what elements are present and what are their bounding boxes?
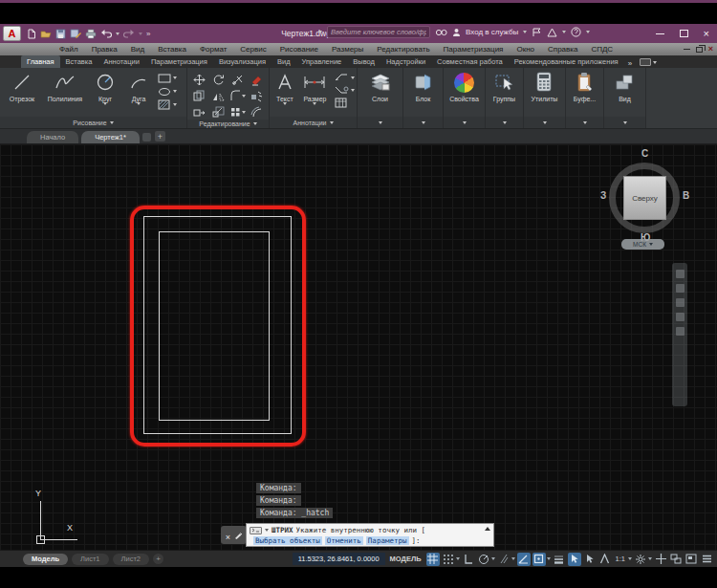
nav-orbit-icon[interactable]	[676, 313, 684, 321]
panel-utilities-footer[interactable]	[524, 117, 565, 128]
grid-toggle-icon[interactable]	[426, 553, 440, 566]
file-tab-start[interactable]: Начало	[27, 131, 78, 143]
ellipse-tool[interactable]	[158, 86, 177, 97]
nav-zoom-icon[interactable]	[676, 298, 684, 307]
menu-parametric[interactable]: Параметризация	[437, 45, 511, 54]
otrack-toggle-icon[interactable]	[517, 553, 531, 566]
rectangle-tool[interactable]	[158, 73, 177, 83]
ribbon-display-toggle-icon[interactable]	[640, 58, 651, 66]
osnap-caret-icon[interactable]	[547, 557, 551, 560]
scale-caret-icon[interactable]	[628, 557, 632, 560]
plot-icon[interactable]	[85, 29, 97, 39]
model-space-label[interactable]: МОДЕЛЬ	[390, 555, 422, 563]
menu-file[interactable]: Файл	[53, 45, 85, 54]
panel-view-footer[interactable]	[604, 117, 645, 128]
workspace-gear-icon[interactable]	[634, 553, 647, 566]
panel-groups-footer[interactable]	[486, 117, 523, 128]
polyline-tool[interactable]: Полилиния	[42, 71, 88, 102]
menu-help[interactable]: Справка	[541, 45, 584, 54]
help-caret-icon[interactable]	[586, 31, 590, 33]
doc-restore-icon[interactable]	[696, 47, 703, 53]
panel-block-footer[interactable]	[403, 117, 443, 128]
tab-insert[interactable]: Вставка	[60, 55, 98, 68]
command-line[interactable]: ШТРИХ Укажите внутреннюю точку или [ Выб…	[246, 523, 494, 547]
autocad-logo-button[interactable]: A	[3, 26, 21, 41]
command-input-icon[interactable]	[250, 527, 262, 534]
command-scroll-up-icon[interactable]	[485, 527, 490, 531]
signin-caret-icon[interactable]	[523, 31, 527, 33]
compass-east[interactable]: В	[683, 190, 689, 201]
maximize-icon[interactable]	[680, 30, 688, 37]
undo-icon[interactable]	[100, 29, 112, 38]
command-option-select-objects[interactable]: Выбрать объекты	[253, 536, 322, 545]
save-as-icon[interactable]	[70, 29, 81, 39]
view-tool[interactable]: Вид	[614, 71, 637, 102]
move-tool[interactable]	[190, 72, 208, 87]
menu-edit[interactable]: Правка	[85, 45, 124, 54]
undo-caret-icon[interactable]	[116, 33, 120, 35]
menu-draw[interactable]: Рисование	[273, 45, 325, 54]
layers-tool[interactable]: Слои	[368, 71, 393, 102]
user-icon[interactable]	[452, 28, 461, 37]
panel-clipboard-footer[interactable]	[566, 117, 603, 128]
menu-window[interactable]: Окно	[510, 45, 541, 54]
menu-insert[interactable]: Вставка	[151, 45, 193, 54]
clean-screen-icon[interactable]	[684, 553, 698, 566]
search-type-caret-icon[interactable]	[318, 31, 322, 33]
triangle-icon[interactable]	[547, 28, 557, 37]
command-close-icon[interactable]	[226, 527, 230, 544]
tab-view[interactable]: Вид	[272, 55, 296, 68]
tab-visualize[interactable]: Визуализация	[213, 55, 272, 68]
polar-caret-icon[interactable]	[491, 557, 495, 560]
explode-tool[interactable]	[248, 88, 266, 103]
panel-annotate-footer[interactable]: Аннотации	[270, 117, 357, 128]
stretch-tool[interactable]	[190, 104, 208, 120]
panel-layers-footer[interactable]	[358, 117, 402, 128]
layout-tab-model[interactable]: Модель	[23, 554, 68, 565]
redo-caret-icon[interactable]	[139, 33, 142, 35]
new-drawing-button[interactable]	[155, 131, 165, 142]
circle-tool[interactable]: Круг	[88, 71, 122, 105]
close-icon[interactable]: ×	[704, 29, 709, 39]
command-customize-icon[interactable]	[234, 531, 242, 539]
navigation-bar[interactable]	[672, 263, 687, 406]
array-tool[interactable]	[228, 104, 247, 120]
menu-modify[interactable]: Редактировать	[370, 45, 436, 54]
utilities-tool[interactable]: Утилиты	[531, 71, 559, 102]
flag-icon[interactable]	[532, 28, 542, 37]
command-recent-caret-icon[interactable]	[265, 529, 269, 532]
search-input[interactable]	[327, 26, 430, 38]
signin-label[interactable]: Вход в службы	[466, 28, 518, 36]
isodraft-caret-icon[interactable]	[511, 557, 515, 560]
ribbon-toggle-caret-icon[interactable]	[653, 61, 657, 64]
nav-steering-icon[interactable]	[676, 327, 684, 336]
isodraft-toggle-icon[interactable]	[497, 553, 511, 566]
tab-addins[interactable]: Надстройки	[380, 55, 431, 68]
snap-toggle-icon[interactable]	[442, 553, 455, 566]
tab-home[interactable]: Главная	[21, 55, 60, 68]
layout-tab-1[interactable]: Лист1	[72, 554, 108, 565]
snap-caret-icon[interactable]	[456, 557, 460, 560]
panel-properties-footer[interactable]	[444, 117, 485, 128]
isolate-objects-icon[interactable]	[669, 553, 683, 566]
tab-output[interactable]: Вывод	[347, 55, 380, 68]
block-tool[interactable]: Блок	[412, 71, 435, 102]
tab-manage[interactable]: Управление	[296, 55, 348, 68]
rotate-tool[interactable]	[209, 72, 228, 87]
crosshair-icon[interactable]	[654, 553, 667, 566]
polar-toggle-icon[interactable]	[477, 553, 490, 566]
fillet-tool[interactable]	[228, 88, 247, 103]
doc-minimize-icon[interactable]	[684, 49, 690, 50]
selection-cycling-icon[interactable]	[568, 553, 581, 566]
file-tab-menu-icon[interactable]	[142, 133, 151, 142]
panel-draw-footer[interactable]: Рисование	[0, 117, 186, 128]
help-icon[interactable]	[571, 27, 581, 37]
panel-modify-footer[interactable]: Редактирование	[187, 120, 269, 128]
text-tool[interactable]: Текст	[272, 71, 298, 105]
menu-dimension[interactable]: Размеры	[325, 45, 370, 54]
workspace-caret-icon[interactable]	[648, 557, 652, 560]
copy-tool[interactable]	[190, 88, 208, 103]
erase-tool[interactable]	[248, 72, 266, 87]
ucs-selector[interactable]: МСК	[621, 239, 664, 250]
mirror-tool[interactable]	[209, 88, 228, 103]
